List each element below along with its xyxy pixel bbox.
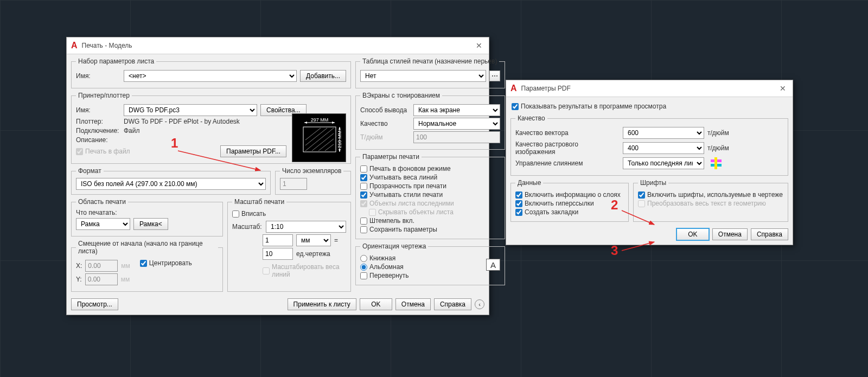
- plotter-name-select[interactable]: DWG To PDF.pc3: [124, 104, 257, 116]
- capture-fonts-checkbox[interactable]: [638, 191, 645, 199]
- svg-text:297 MM: 297 MM: [311, 117, 329, 123]
- pageset-group: Набор параметров листа Имя: <нет> Добави…: [71, 57, 351, 88]
- svg-line-3: [305, 128, 321, 140]
- pdf-help-button[interactable]: Справка: [751, 228, 788, 240]
- copies-input: [280, 178, 307, 190]
- plot-body: Набор параметров листа Имя: <нет> Добави…: [67, 54, 489, 315]
- fit-checkbox[interactable]: [232, 210, 239, 218]
- styletable-group: Таблица стилей печати (назначение перьев…: [355, 57, 505, 88]
- text-geom-checkbox: [638, 200, 645, 207]
- format-group: Формат ISO без полей A4 (297.00 x 210.00…: [71, 167, 271, 195]
- scale-preset-select[interactable]: 1:10: [266, 221, 346, 233]
- paperspace-checkbox: [360, 200, 367, 207]
- window-pick-button[interactable]: Рамка<: [133, 218, 168, 230]
- dpi-input: [413, 131, 500, 143]
- svg-line-2: [305, 128, 327, 145]
- styletable-select[interactable]: Нет: [360, 70, 486, 82]
- paper-size-select[interactable]: ISO без полей A4 (297.00 x 210.00 мм): [76, 178, 266, 190]
- pageset-name-select[interactable]: <нет>: [124, 70, 297, 82]
- raster-dpi-select[interactable]: 400: [623, 142, 704, 154]
- offset-y-input: [85, 273, 118, 285]
- offset-x-input: [85, 260, 118, 272]
- preview-button[interactable]: Просмотр...: [71, 298, 118, 310]
- svg-line-4: [312, 133, 334, 151]
- plot-area-select[interactable]: Рамка: [76, 218, 130, 230]
- center-checkbox[interactable]: [140, 260, 147, 267]
- upsidedown-checkbox[interactable]: [360, 272, 367, 279]
- printer-group: Принтер/плоттер Имя: DWG To PDF.pc3 Свой…: [71, 92, 351, 164]
- hide-checkbox: [369, 209, 376, 216]
- shade-select[interactable]: Как на экране: [413, 104, 500, 116]
- viewports-group: ВЭкраны с тонированием Способ выводаКак …: [355, 92, 505, 150]
- vector-dpi-select[interactable]: 600: [623, 127, 704, 139]
- transparency-checkbox[interactable]: [360, 183, 367, 190]
- titlebar[interactable]: A Печать - Модель ✕: [67, 37, 489, 54]
- layers-checkbox[interactable]: [515, 191, 522, 199]
- pdf-fonts-group: Шрифты Включить шрифты, используемые в ч…: [633, 179, 788, 222]
- annotation-2: 2: [611, 197, 618, 213]
- scale-group: Масштаб печати Вписать Масштаб:1:10 мм= …: [227, 198, 351, 292]
- bg-checkbox[interactable]: [360, 165, 367, 172]
- quality-select[interactable]: Нормальное: [413, 118, 500, 130]
- pdf-options-dialog: A Параметры PDF ✕ Показывать результаты …: [506, 80, 793, 245]
- landscape-radio[interactable]: [360, 264, 367, 271]
- plot-title: Печать - Модель: [82, 42, 474, 49]
- scale-unit-select[interactable]: мм: [296, 234, 331, 246]
- pdf-body: Показывать результаты в программе просмо…: [506, 97, 793, 245]
- scale-b-input[interactable]: [263, 248, 293, 260]
- autodesk-icon: A: [71, 41, 78, 50]
- merge-preview-icon: [707, 157, 725, 169]
- autodesk-icon: A: [510, 84, 517, 93]
- plot-dialog: A Печать - Модель ✕ Набор параметров лис…: [66, 37, 489, 315]
- show-results-checkbox[interactable]: [512, 103, 519, 110]
- pdf-title: Параметры PDF: [521, 85, 777, 92]
- pdf-ok-button[interactable]: OK: [676, 228, 709, 240]
- svg-rect-13: [714, 157, 717, 169]
- offset-group: Смещение от начала (начало на границе ли…: [71, 240, 223, 292]
- save-checkbox[interactable]: [360, 226, 367, 233]
- stamp-checkbox[interactable]: [360, 218, 367, 225]
- plot-to-file-checkbox: [76, 148, 83, 155]
- styletable-edit-button[interactable]: ⋯: [489, 71, 500, 81]
- pdf-cancel-button[interactable]: Отмена: [712, 228, 748, 240]
- cancel-button[interactable]: Отмена: [395, 298, 431, 310]
- orientation-group: Ориентация чертежа Книжная Альбомная Пер…: [355, 242, 505, 285]
- scale-weights-checkbox: [263, 267, 270, 274]
- svg-line-6: [325, 144, 334, 151]
- pdf-quality-group: Качество Качество вектора600т/дюйм Качес…: [510, 114, 788, 176]
- help-button[interactable]: Справка: [434, 298, 471, 310]
- close-icon[interactable]: ✕: [474, 41, 484, 50]
- pdf-titlebar[interactable]: A Параметры PDF ✕: [506, 80, 793, 97]
- scale-a-input[interactable]: [263, 234, 293, 246]
- weights-checkbox[interactable]: [360, 174, 367, 181]
- hyperlinks-checkbox[interactable]: [515, 200, 522, 207]
- bookmarks-checkbox[interactable]: [515, 209, 522, 216]
- copies-group: Число экземпляров: [275, 167, 351, 195]
- paper-preview: 297 MM 210 MM: [292, 113, 346, 162]
- styles-checkbox[interactable]: [360, 191, 367, 199]
- pdf-options-button[interactable]: Параметры PDF...: [220, 145, 286, 157]
- apply-layout-button[interactable]: Применить к листу: [288, 298, 356, 310]
- portrait-radio[interactable]: [360, 255, 367, 262]
- merge-select[interactable]: Только последняя линия: [623, 157, 704, 169]
- close-icon[interactable]: ✕: [777, 84, 788, 93]
- plot-options-group: Параметры печати Печать в фоновом режиме…: [355, 153, 505, 239]
- ok-button[interactable]: OK: [360, 298, 392, 310]
- annotation-1: 1: [171, 136, 178, 151]
- svg-line-5: [318, 139, 334, 151]
- annotation-3: 3: [611, 243, 618, 258]
- orientation-icon: A: [486, 259, 500, 271]
- pageset-add-button[interactable]: Добавить...: [300, 70, 346, 82]
- plot-area-group: Область печати Что печатать: Рамка Рамка…: [71, 198, 223, 237]
- expand-icon[interactable]: ‹: [475, 299, 484, 309]
